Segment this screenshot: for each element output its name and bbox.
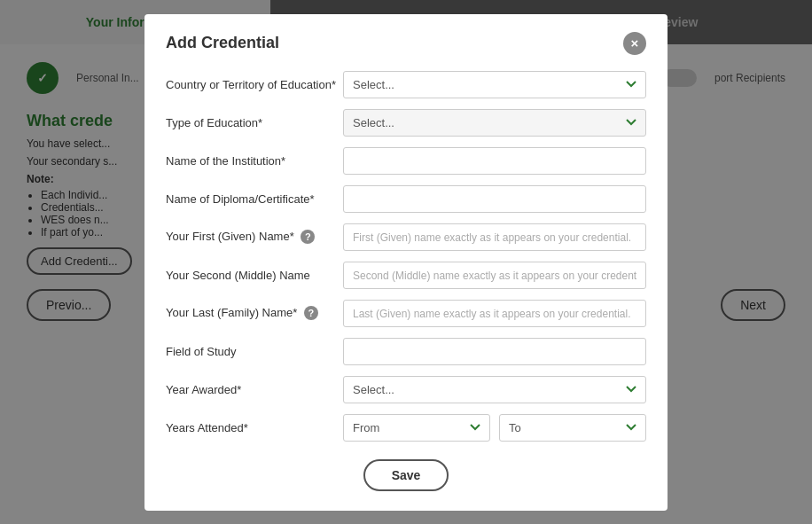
institution-control xyxy=(343,147,646,175)
field-study-control xyxy=(343,338,646,365)
add-credential-modal: Add Credential × Country or Territory of… xyxy=(144,14,668,511)
type-education-row: Type of Education* Select... xyxy=(166,109,646,137)
type-education-select-wrapper: Select... xyxy=(343,109,646,137)
first-name-help-icon[interactable]: ? xyxy=(301,230,315,244)
year-awarded-row: Year Awarded* Select... xyxy=(166,376,646,403)
years-attended-row: Years Attended* From To xyxy=(166,414,646,442)
field-study-input[interactable] xyxy=(343,338,646,365)
middle-name-control xyxy=(343,262,646,289)
year-awarded-control: Select... xyxy=(343,376,646,403)
year-awarded-select-wrapper: Select... xyxy=(343,376,646,403)
country-control: Select... xyxy=(343,71,646,98)
last-name-control xyxy=(343,300,646,327)
last-name-label: Your Last (Family) Name* ? xyxy=(166,306,343,320)
diploma-label: Name of Diploma/Certificate* xyxy=(166,192,343,206)
year-awarded-label: Year Awarded* xyxy=(166,383,343,396)
field-study-label: Field of Study xyxy=(166,345,343,358)
save-row: Save xyxy=(166,459,646,491)
country-select[interactable]: Select... xyxy=(343,71,646,98)
institution-row: Name of the Institution* xyxy=(166,147,646,175)
middle-name-label: Your Second (Middle) Name xyxy=(166,269,343,282)
diploma-control xyxy=(343,185,646,213)
first-name-label: Your First (Given) Name* ? xyxy=(166,230,343,244)
last-name-row: Your Last (Family) Name* ? xyxy=(166,300,646,327)
modal-overlay: Add Credential × Country or Territory of… xyxy=(0,0,812,524)
field-study-row: Field of Study xyxy=(166,338,646,365)
modal-header: Add Credential × xyxy=(166,32,646,55)
years-attended-to-select[interactable]: To xyxy=(499,414,646,442)
country-select-wrapper: Select... xyxy=(343,71,646,98)
last-name-help-icon[interactable]: ? xyxy=(304,306,318,320)
middle-name-row: Your Second (Middle) Name xyxy=(166,262,646,289)
years-attended-from-select[interactable]: From xyxy=(343,414,490,442)
modal-close-button[interactable]: × xyxy=(623,32,646,55)
type-education-control: Select... xyxy=(343,109,646,137)
years-attended-label: Years Attended* xyxy=(166,421,343,434)
institution-input[interactable] xyxy=(343,147,646,175)
country-row: Country or Territory of Education* Selec… xyxy=(166,71,646,98)
last-name-input[interactable] xyxy=(343,300,646,327)
save-button[interactable]: Save xyxy=(363,459,449,491)
first-name-control xyxy=(343,223,646,251)
type-education-select[interactable]: Select... xyxy=(343,109,646,137)
diploma-input[interactable] xyxy=(343,185,646,213)
first-name-input[interactable] xyxy=(343,223,646,251)
middle-name-input[interactable] xyxy=(343,262,646,289)
diploma-row: Name of Diploma/Certificate* xyxy=(166,185,646,213)
modal-title: Add Credential xyxy=(166,34,279,52)
type-education-label: Type of Education* xyxy=(166,116,343,129)
country-label: Country or Territory of Education* xyxy=(166,78,343,91)
institution-label: Name of the Institution* xyxy=(166,154,343,168)
years-attended-selects: From To xyxy=(343,414,646,442)
year-awarded-select[interactable]: Select... xyxy=(343,376,646,403)
first-name-row: Your First (Given) Name* ? xyxy=(166,223,646,251)
